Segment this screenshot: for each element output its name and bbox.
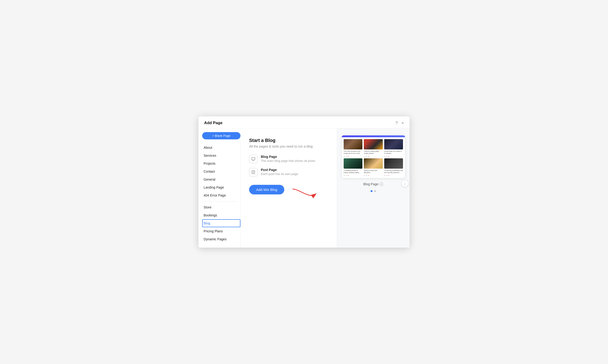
add-page-modal: Add Page ? × + Blank Page About Services… xyxy=(198,117,410,247)
add-wix-blog-button[interactable]: Add Wix Blog xyxy=(249,185,284,195)
preview-img-3 xyxy=(384,139,403,149)
info-icon[interactable]: i xyxy=(380,182,383,186)
preview-caption-5: Quick & easy fried plantains xyxy=(364,169,383,174)
preview-grid-item-2: 5 tips for taking tasty recipe photos ♥ xyxy=(364,139,383,157)
sidebar-divider xyxy=(202,201,238,201)
sidebar-item-dynamic-pages[interactable]: Dynamic Pages xyxy=(202,235,240,243)
preview-label-text: Blog Page xyxy=(363,182,379,186)
preview-img-4 xyxy=(344,158,363,169)
blog-page-desc: The main blog page that shows all posts xyxy=(261,159,315,163)
preview-img-1 xyxy=(344,139,363,149)
blog-page-text: Blog Page The main blog page that shows … xyxy=(261,155,315,163)
preview-stats-3: ♥ xyxy=(384,156,403,157)
post-page-desc: Each post has its own page xyxy=(261,172,298,176)
preview-panel: The only cinnamon tea recipe you'll ever… xyxy=(337,128,410,247)
heart-icon: ♥ xyxy=(388,175,389,176)
sidebar-item-blog[interactable]: Blog xyxy=(202,219,240,227)
preview-dots xyxy=(371,190,376,192)
section-subtitle: All the pages & tools you need to run a … xyxy=(249,144,328,148)
stat-dot xyxy=(366,156,367,157)
modal-body: + Blank Page About Services Projects Con… xyxy=(198,128,410,247)
sidebar: + Blank Page About Services Projects Con… xyxy=(198,128,241,247)
blog-page-option: Blog Page The main blog page that shows … xyxy=(249,155,328,163)
preview-card: The only cinnamon tea recipe you'll ever… xyxy=(342,135,405,178)
preview-grid-item-3: Homemade ice cream in 5 minutes ♥ xyxy=(384,139,403,157)
preview-grid: The only cinnamon tea recipe you'll ever… xyxy=(342,137,405,178)
stat-dot xyxy=(386,156,387,157)
sidebar-item-general[interactable]: General xyxy=(202,175,240,183)
stat-dot xyxy=(364,175,365,176)
sidebar-item-store[interactable]: Store xyxy=(202,203,240,211)
preview-card-header xyxy=(342,135,405,137)
preview-grid-item-4: 7 breakfast bowls to inspire healthy eat… xyxy=(344,158,363,176)
sidebar-item-bookings[interactable]: Bookings xyxy=(202,211,240,219)
stat-dot xyxy=(344,156,345,157)
preview-caption-4: 7 breakfast bowls to inspire healthy eat… xyxy=(344,169,363,174)
preview-img-6 xyxy=(384,158,403,169)
stat-dot xyxy=(386,175,387,176)
sidebar-item-about[interactable]: About xyxy=(202,143,240,152)
preview-nav-right[interactable]: › xyxy=(401,180,408,187)
modal-header-actions: ? × xyxy=(395,121,404,125)
preview-caption-3: Homemade ice cream in 5 minutes xyxy=(384,150,403,154)
preview-stats-5: ♥ xyxy=(364,175,383,176)
sidebar-group-2: Store Bookings Blog Pricing Plans Dynami… xyxy=(202,203,240,243)
preview-grid-item-6: 12 yummy breakfasts that are secretly de… xyxy=(384,158,403,176)
sidebar-item-landing-page[interactable]: Landing Page xyxy=(202,183,240,191)
sidebar-item-projects[interactable]: Projects xyxy=(202,159,240,168)
stat-dot xyxy=(346,156,347,157)
sidebar-item-404-error-page[interactable]: 404 Error Page xyxy=(202,191,240,199)
blog-page-title: Blog Page xyxy=(261,155,315,159)
close-button[interactable]: × xyxy=(401,121,404,125)
post-page-text: Post Page Each post has its own page xyxy=(261,168,298,176)
preview-caption-2: 5 tips for taking tasty recipe photos xyxy=(364,150,383,154)
heart-icon: ♥ xyxy=(348,175,349,176)
modal-title: Add Page xyxy=(204,121,222,125)
red-arrow xyxy=(290,187,318,201)
blank-page-button[interactable]: + Blank Page xyxy=(202,132,240,139)
section-title: Start a Blog xyxy=(249,138,328,143)
help-button[interactable]: ? xyxy=(395,121,398,125)
main-content: Start a Blog All the pages & tools you n… xyxy=(241,128,337,247)
svg-rect-0 xyxy=(252,157,255,160)
stat-dot xyxy=(384,156,385,157)
stat-dot xyxy=(366,175,367,176)
preview-stats-4: ♥ xyxy=(344,175,363,176)
sidebar-item-contact[interactable]: Contact xyxy=(202,168,240,175)
preview-caption-6: 12 yummy breakfasts that are secretly de… xyxy=(384,169,403,174)
post-page-option: Post Page Each post has its own page xyxy=(249,168,328,176)
blog-page-icon xyxy=(249,155,258,163)
preview-label: Blog Page i xyxy=(363,182,384,186)
preview-dot-2[interactable] xyxy=(374,190,376,192)
heart-icon: ♥ xyxy=(348,156,349,157)
heart-icon: ♥ xyxy=(388,156,389,157)
preview-stats-2: ♥ xyxy=(364,156,383,157)
preview-stats-1: ♥ xyxy=(344,156,363,157)
stat-dot xyxy=(364,156,365,157)
modal-header: Add Page ? × xyxy=(198,117,410,128)
preview-img-5 xyxy=(364,158,383,169)
preview-stats-6: ♥ xyxy=(384,175,403,176)
sidebar-item-pricing-plans[interactable]: Pricing Plans xyxy=(202,227,240,235)
preview-img-2 xyxy=(364,139,383,149)
stat-dot xyxy=(384,175,385,176)
sidebar-group-1: About Services Projects Contact General … xyxy=(202,143,240,199)
preview-caption-1: The only cinnamon tea recipe you'll ever… xyxy=(344,150,363,154)
preview-grid-item-5: Quick & easy fried plantains ♥ xyxy=(364,158,383,176)
heart-icon: ♥ xyxy=(368,156,369,157)
sidebar-item-services[interactable]: Services xyxy=(202,152,240,159)
preview-grid-item-1: The only cinnamon tea recipe you'll ever… xyxy=(344,139,363,157)
stat-dot xyxy=(346,175,347,176)
heart-icon: ♥ xyxy=(368,175,369,176)
post-page-icon xyxy=(249,168,258,176)
preview-dot-1[interactable] xyxy=(371,190,373,192)
stat-dot xyxy=(344,175,345,176)
post-page-title: Post Page xyxy=(261,168,298,172)
